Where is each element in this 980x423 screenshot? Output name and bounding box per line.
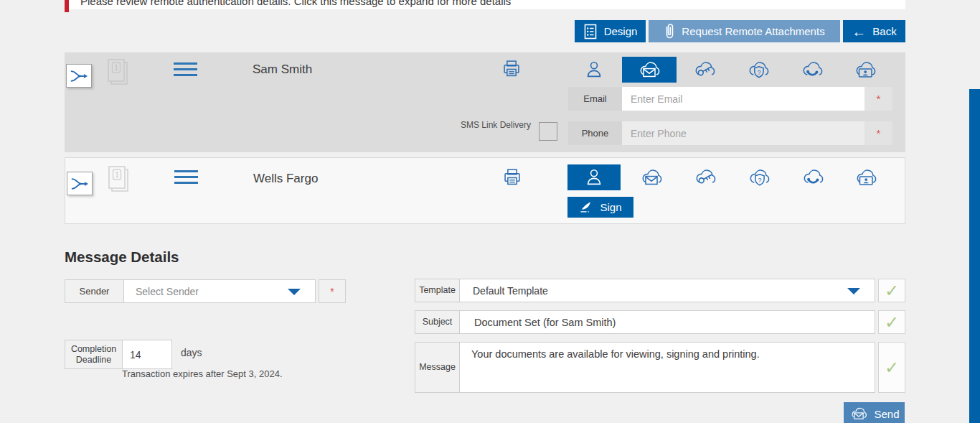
recipient-name: Sam Smith xyxy=(253,61,312,78)
passcode-auth-icon[interactable] xyxy=(692,57,717,82)
qa-challenge-auth-icon[interactable] xyxy=(747,165,771,190)
template-valid-check: ✓ xyxy=(878,279,905,302)
documents-count-icon[interactable]: 1 xyxy=(105,164,132,195)
back-button-label: Back xyxy=(872,25,896,37)
message-valid-check: ✓ xyxy=(878,342,905,393)
recipient-name: Wells Fargo xyxy=(253,170,318,187)
merge-arrow-icon xyxy=(69,175,90,192)
sender-label: Sender xyxy=(65,280,124,302)
svg-text:1: 1 xyxy=(115,171,119,179)
subject-label: Subject xyxy=(415,311,460,333)
request-remote-attachments-button[interactable]: Request Remote Attachments xyxy=(649,20,840,42)
sign-button-label: Sign xyxy=(600,201,621,213)
phone-required-marker: * xyxy=(864,121,892,145)
sender-select[interactable]: Select Sender xyxy=(124,280,315,302)
subject-field-group: Subject xyxy=(415,310,875,334)
printer-icon[interactable] xyxy=(500,165,524,190)
message-textarea[interactable]: Your documents are available for viewing… xyxy=(460,343,875,392)
message-label: Message xyxy=(415,343,460,392)
right-edge-scrollbar[interactable] xyxy=(969,89,980,423)
notice-text: Please review remote authentication deta… xyxy=(80,0,905,7)
kba-auth-icon[interactable] xyxy=(854,165,878,190)
send-button-label: Send xyxy=(874,408,899,420)
message-field-group: Message Your documents are available for… xyxy=(415,342,875,393)
kba-auth-icon[interactable] xyxy=(853,57,877,82)
design-button[interactable]: Design xyxy=(575,20,646,42)
completion-deadline-label: Completion Deadline xyxy=(65,340,123,368)
completion-deadline-input[interactable] xyxy=(123,340,171,368)
svg-text:1: 1 xyxy=(114,64,118,72)
email-input[interactable] xyxy=(622,87,864,111)
deadline-unit-label: days xyxy=(181,347,202,358)
phone-input[interactable] xyxy=(622,121,864,145)
notice-banner[interactable]: Please review remote authentication deta… xyxy=(65,0,905,9)
email-delivery-icon-selected[interactable] xyxy=(622,57,677,83)
paperclip-icon xyxy=(664,23,675,40)
qa-challenge-auth-icon[interactable] xyxy=(746,57,771,82)
request-remote-attachments-label: Request Remote Attachments xyxy=(682,25,824,37)
completion-deadline-group: Completion Deadline xyxy=(65,340,172,369)
quill-pen-icon xyxy=(579,201,595,214)
back-button[interactable]: ← Back xyxy=(843,20,905,42)
sender-field-group: Sender Select Sender xyxy=(65,279,316,303)
phone-label: Phone xyxy=(568,121,622,145)
passcode-auth-icon[interactable] xyxy=(693,165,717,190)
email-label: Email xyxy=(568,87,622,111)
merge-arrow-icon xyxy=(68,68,90,85)
email-delivery-icon[interactable] xyxy=(639,165,664,190)
in-person-auth-icon-selected[interactable] xyxy=(567,164,621,190)
template-label: Template xyxy=(415,279,460,302)
sign-button[interactable]: Sign xyxy=(567,197,633,218)
printer-icon[interactable] xyxy=(499,57,524,81)
in-person-auth-icon[interactable] xyxy=(583,57,606,82)
sms-auth-icon[interactable] xyxy=(800,57,824,82)
reorder-handle-icon[interactable] xyxy=(174,62,197,80)
send-button[interactable]: Send xyxy=(844,402,905,423)
chevron-down-icon xyxy=(288,289,301,295)
sender-select-value: Select Sender xyxy=(124,286,199,297)
notice-accent-bar xyxy=(65,0,69,12)
reorder-handle-icon[interactable] xyxy=(174,170,198,187)
subject-input[interactable] xyxy=(460,311,875,333)
template-field-group: Template Default Template xyxy=(415,279,875,302)
workflow-merge-button[interactable] xyxy=(67,172,93,195)
recipient-row-wells-fargo: 1 Wells Fargo Sign xyxy=(65,157,905,224)
left-arrow-icon: ← xyxy=(852,25,866,38)
template-select-value: Default Template xyxy=(460,285,548,297)
expiry-note: Transaction expires after Sept 3, 2024. xyxy=(122,368,283,379)
design-icon xyxy=(583,24,598,39)
workflow-merge-button[interactable] xyxy=(66,64,92,88)
recipient-row-sam-smith: 1 Sam Smith Email * SMS Link Delivery Ph… xyxy=(65,52,905,152)
send-cloud-envelope-icon xyxy=(849,404,869,423)
message-details-heading: Message Details xyxy=(65,248,179,266)
design-button-label: Design xyxy=(604,25,638,37)
sms-link-delivery-label: SMS Link Delivery xyxy=(456,120,531,131)
sms-auth-icon[interactable] xyxy=(801,165,825,190)
documents-count-icon[interactable]: 1 xyxy=(104,57,131,88)
sms-link-delivery-checkbox[interactable] xyxy=(539,122,557,141)
chevron-down-icon xyxy=(847,288,860,294)
email-required-marker: * xyxy=(864,87,892,111)
template-select[interactable]: Default Template xyxy=(460,279,875,302)
sender-required-marker: * xyxy=(319,279,346,303)
subject-valid-check: ✓ xyxy=(878,310,905,334)
